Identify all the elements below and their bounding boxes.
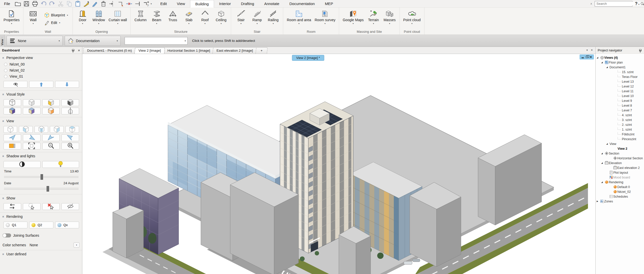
- close-icon[interactable]: ×: [78, 48, 80, 52]
- dropdown-caret-icon[interactable]: ▾: [111, 40, 118, 42]
- minimize-icon[interactable]: [582, 57, 584, 58]
- dropdown-caret-icon[interactable]: [59, 21, 60, 24]
- tree-item[interactable]: Földszint: [596, 132, 644, 137]
- expander-icon[interactable]: [601, 162, 604, 164]
- document-tab[interactable]: Horizontal Section 1 [Image]: [163, 47, 214, 54]
- dropdown-caret-icon[interactable]: [33, 22, 34, 24]
- format-painter-icon[interactable]: [83, 1, 90, 7]
- view-face-button[interactable]: [65, 126, 79, 133]
- expander-icon[interactable]: [597, 56, 600, 59]
- ribbon-button[interactable]: Railing: [265, 9, 281, 29]
- value-combo-box[interactable]: ▾: [125, 37, 188, 45]
- dropdown-caret-icon[interactable]: [188, 22, 189, 24]
- blueprint-button[interactable]: Blueprint: [43, 12, 69, 18]
- viewport-3d-scene[interactable]: [82, 54, 595, 274]
- tree-item[interactable]: Nézet_02: [596, 189, 644, 194]
- dropdown-caret-icon[interactable]: ▾: [53, 40, 60, 42]
- view-title-pill[interactable]: View 2 [Image] *: [292, 55, 324, 61]
- document-tab[interactable]: Document1 - Pinceszint (0 m): [83, 47, 136, 54]
- snap-remove-icon[interactable]: [126, 1, 132, 7]
- snap-guide-icon[interactable]: [109, 1, 115, 7]
- menu-tab[interactable]: Edit: [155, 0, 172, 8]
- open-folder-icon[interactable]: [15, 1, 21, 7]
- document-tab[interactable]: View 2 [Image]: [134, 47, 165, 54]
- snap-reference-icon[interactable]: [134, 1, 141, 7]
- radio-icon[interactable]: [4, 69, 7, 72]
- tree-item[interactable]: Level 11: [596, 89, 644, 94]
- coordinate-help-icon[interactable]: [143, 1, 150, 7]
- tree-item[interactable]: Level 9: [596, 98, 644, 103]
- tree-item[interactable]: Level 10: [596, 94, 644, 98]
- pin-icon[interactable]: [639, 49, 641, 51]
- ribbon-button[interactable]: Properties: [2, 9, 21, 29]
- dropdown-caret-icon[interactable]: [156, 22, 157, 24]
- document-tab[interactable]: +: [256, 47, 268, 54]
- ribbon-button[interactable]: Wall: [25, 9, 41, 29]
- dropdown-caret-icon[interactable]: [11, 22, 12, 24]
- tree-item[interactable]: Rendering: [596, 180, 644, 185]
- expander-icon[interactable]: [601, 181, 604, 183]
- collapse-chevron-icon[interactable]: «: [2, 197, 5, 199]
- coordinate-help-caret[interactable]: ▾: [151, 3, 152, 5]
- time-slider-thumb[interactable]: [41, 174, 43, 180]
- ribbon-button[interactable]: Beam: [149, 9, 164, 29]
- dropdown-caret-icon[interactable]: [221, 22, 222, 24]
- dropdown-caret-icon[interactable]: [82, 22, 83, 24]
- ribbon-button[interactable]: Google Maps: [341, 9, 365, 29]
- expander-icon[interactable]: [606, 66, 610, 68]
- file-menu[interactable]: File: [0, 2, 14, 6]
- shadow-button[interactable]: [42, 161, 79, 168]
- color-schemes-dropdown[interactable]: ▾: [74, 242, 80, 248]
- visual-style-button[interactable]: [4, 99, 21, 106]
- view-rotate-button[interactable]: [42, 134, 60, 141]
- redo-icon[interactable]: [49, 1, 55, 7]
- ribbon-button[interactable]: Window: [91, 9, 106, 29]
- expander-icon[interactable]: [601, 61, 604, 64]
- dropdown-caret-icon[interactable]: ▾: [185, 40, 186, 42]
- show-button[interactable]: [4, 203, 21, 210]
- view-tool-button[interactable]: [23, 143, 41, 149]
- tree-item[interactable]: Teras Floor: [596, 74, 644, 79]
- tree-item[interactable]: Views (4): [596, 55, 644, 60]
- dropdown-caret-icon[interactable]: [373, 22, 374, 24]
- collapse-chevron-icon[interactable]: «: [2, 93, 5, 95]
- dropdown-caret-icon[interactable]: [389, 22, 390, 24]
- visual-style-button[interactable]: [42, 108, 60, 114]
- view-face-button[interactable]: [4, 126, 17, 133]
- ribbon-button[interactable]: Ramp: [249, 9, 265, 29]
- edit-button[interactable]: Edit: [43, 19, 69, 26]
- view-face-button[interactable]: [19, 126, 32, 133]
- tree-item[interactable]: Schedules: [596, 194, 644, 199]
- paste-icon[interactable]: [75, 1, 81, 7]
- tree-item[interactable]: Level 8: [596, 103, 644, 108]
- visual-style-button[interactable]: [61, 99, 79, 106]
- perspective-option[interactable]: Nézet_02: [4, 67, 79, 73]
- expander-icon[interactable]: [597, 200, 600, 202]
- document-tab[interactable]: East elevation 2 [Image]: [212, 47, 257, 54]
- delete-icon[interactable]: [100, 1, 107, 7]
- ribbon-button[interactable]: Roof: [197, 9, 213, 29]
- menu-tab[interactable]: Annotate: [259, 0, 284, 8]
- dropdown-caret-icon[interactable]: [298, 22, 299, 24]
- tree-item[interactable]: Elevation: [596, 161, 644, 165]
- tab-list-caret-icon[interactable]: ▾: [587, 49, 588, 51]
- show-button[interactable]: [42, 203, 60, 210]
- pin-icon[interactable]: [72, 49, 74, 51]
- date-slider[interactable]: [4, 188, 79, 190]
- dropdown-caret-icon[interactable]: [257, 22, 258, 24]
- ribbon-button[interactable]: Masses: [382, 9, 398, 29]
- tree-item[interactable]: Zones: [596, 199, 644, 204]
- help-button[interactable]: ?▾: [635, 1, 639, 6]
- ribbon-button[interactable]: Room survey: [313, 9, 337, 29]
- ribbon-button[interactable]: Curtain wall: [107, 9, 128, 29]
- view-rotate-button[interactable]: [4, 134, 21, 141]
- tree-item[interactable]: 15. szint: [596, 70, 644, 74]
- copy-icon[interactable]: [66, 1, 73, 7]
- visual-style-button[interactable]: [4, 108, 21, 114]
- expander-icon[interactable]: [606, 143, 610, 145]
- tree-item[interactable]: Floor plan: [596, 60, 644, 65]
- collapse-chevron-icon[interactable]: «: [2, 155, 5, 157]
- layer-selector[interactable]: None ▾: [7, 36, 63, 46]
- view-rotate-button[interactable]: [23, 134, 41, 141]
- collapse-ribbon-icon[interactable]: ∧: [590, 2, 592, 5]
